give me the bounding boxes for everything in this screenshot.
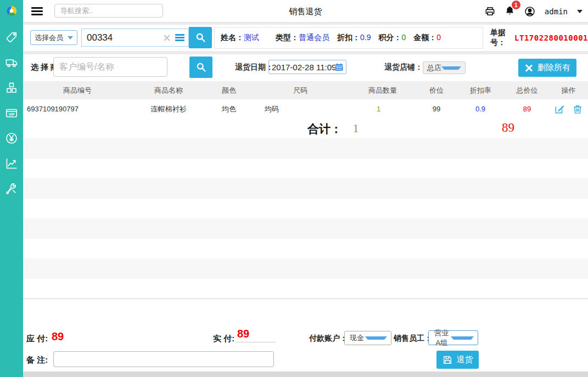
cubes-icon[interactable] [5, 81, 18, 94]
discount-label: 折扣： [337, 33, 360, 42]
line-chart-icon[interactable] [5, 157, 18, 170]
cell-price: 99 [417, 105, 456, 113]
table-row: 6937109190797 连帽棉衬衫 均色 均码 1 99 0.9 89 [23, 99, 588, 119]
empty-rows [23, 138, 588, 299]
delete-all-button[interactable]: 删除所有 [518, 59, 576, 77]
vip-icon-text: VIP [9, 112, 15, 116]
select-caret-icon [451, 336, 474, 340]
receipt-number: 单据号： LT1702280010001 [490, 25, 588, 51]
paid-input[interactable]: 89 [236, 328, 276, 342]
delete-all-label: 删除所有 [537, 63, 570, 73]
cell-product-code: 6937109190797 [23, 105, 132, 113]
store-select-value: 总店 [427, 63, 441, 73]
col-actions: 操作 [549, 86, 588, 95]
name-label: 姓名： [221, 33, 244, 42]
search-icon [195, 32, 206, 43]
notification-badge: 1 [512, 1, 520, 9]
member-search-button[interactable] [189, 27, 212, 48]
clear-input-icon[interactable] [163, 33, 171, 42]
staff-label: 销售员工： [394, 334, 432, 344]
main-panel: 选 择 商 品: 退货日期： 退货店铺： 总店 删除所有 商品编号 商品名称 颜… [23, 54, 588, 372]
table-header: 商品编号 商品名称 颜色 尺码 商品数量 价位 折扣率 总价位 操作 [23, 81, 588, 99]
cell-size: 均码 [253, 104, 348, 114]
cell-product-name: 连帽棉衬衫 [132, 104, 205, 114]
remark-input[interactable] [53, 351, 274, 367]
vip-card-icon[interactable]: VIP [5, 106, 18, 120]
points-value: 0 [401, 33, 406, 42]
col-size: 尺码 [253, 86, 348, 95]
delete-x-icon [524, 64, 533, 72]
return-date-field[interactable] [268, 60, 346, 74]
col-discount-rate: 折扣率 [456, 86, 505, 95]
member-select-value: 选择会员 [35, 33, 63, 43]
cell-discount-rate: 0.9 [456, 105, 505, 113]
remark-label: 备 注: [26, 355, 48, 365]
member-info-box: 姓名：测试 类型：普通会员 折扣：0.9 积分：0 金额：0 [214, 27, 483, 49]
select-caret-icon [68, 36, 73, 40]
user-avatar-icon[interactable] [524, 6, 535, 17]
col-quantity: 商品数量 [348, 86, 417, 95]
calendar-icon[interactable] [335, 63, 343, 71]
paid-label: 实 付: [213, 334, 234, 344]
print-icon[interactable] [485, 6, 495, 16]
return-date-input[interactable] [272, 63, 335, 72]
truck-icon[interactable] [5, 56, 18, 69]
select-caret-icon [365, 336, 387, 340]
total-label: 合计： [307, 121, 342, 137]
return-date-label: 退货日期： [235, 63, 273, 72]
account-label: 付款账户： [309, 334, 348, 344]
username-label[interactable]: admin [545, 7, 568, 16]
bottom-scrollbar-strip[interactable] [23, 372, 588, 377]
discount-value: 0.9 [360, 33, 371, 42]
cell-color: 均色 [205, 104, 253, 114]
tools-icon[interactable] [5, 182, 18, 195]
product-search-input[interactable] [53, 57, 167, 77]
sales-staff-select[interactable]: 营业A组 [428, 330, 478, 345]
app-logo-icon[interactable] [5, 4, 18, 18]
tag-icon[interactable] [5, 31, 18, 44]
yen-icon[interactable] [5, 132, 18, 145]
cell-quantity: 1 [348, 105, 417, 113]
amount-label: 金额： [413, 33, 436, 42]
type-value: 普通会员 [299, 33, 329, 42]
staff-select-value: 营业A组 [433, 328, 451, 348]
account-select-value: 现金 [349, 333, 365, 343]
return-store-label: 退货店铺： [384, 63, 423, 72]
points-label: 积分： [378, 33, 401, 42]
col-price: 价位 [417, 86, 456, 95]
return-button-label: 退货 [457, 355, 473, 365]
select-caret-icon [441, 66, 461, 70]
total-row: 合计： 1 89 [23, 119, 588, 138]
cell-total-price: 89 [505, 105, 549, 113]
name-value: 测试 [244, 33, 259, 42]
total-amount: 89 [502, 121, 514, 135]
paid-value: 89 [237, 328, 249, 340]
receipt-value: LT1702280010001 [514, 33, 588, 42]
delete-row-icon[interactable] [572, 104, 583, 115]
total-quantity: 1 [353, 122, 359, 135]
payable-label: 应 付: [26, 334, 48, 344]
amount-value: 0 [436, 33, 441, 42]
type-label: 类型： [276, 33, 299, 42]
search-icon [195, 61, 207, 73]
user-menu-caret-icon[interactable] [577, 10, 583, 13]
product-search-button[interactable] [189, 57, 212, 78]
col-color: 颜色 [205, 86, 253, 95]
receipt-label: 单据号： [490, 28, 512, 48]
member-list-icon[interactable] [175, 34, 184, 41]
sidebar: VIP [0, 0, 23, 377]
return-store-select[interactable]: 总店 [423, 61, 466, 74]
col-product-code: 商品编号 [23, 86, 132, 95]
edit-row-icon[interactable] [554, 104, 565, 115]
member-bar: 选择会员 姓名：测试 类型：普通会员 折扣：0.9 积分：0 金额：0 单据号：… [23, 25, 588, 51]
topbar: 销售退货 1 admin [23, 0, 588, 22]
col-product-name: 商品名称 [132, 86, 205, 95]
save-floppy-icon [443, 355, 452, 365]
member-type-select[interactable]: 选择会员 [30, 30, 77, 45]
member-code-input[interactable] [82, 32, 163, 43]
col-total-price: 总价位 [505, 86, 549, 95]
payment-account-select[interactable]: 现金 [344, 331, 391, 345]
return-submit-button[interactable]: 退货 [436, 351, 479, 369]
payable-value: 89 [52, 330, 64, 343]
member-code-box [81, 29, 189, 47]
